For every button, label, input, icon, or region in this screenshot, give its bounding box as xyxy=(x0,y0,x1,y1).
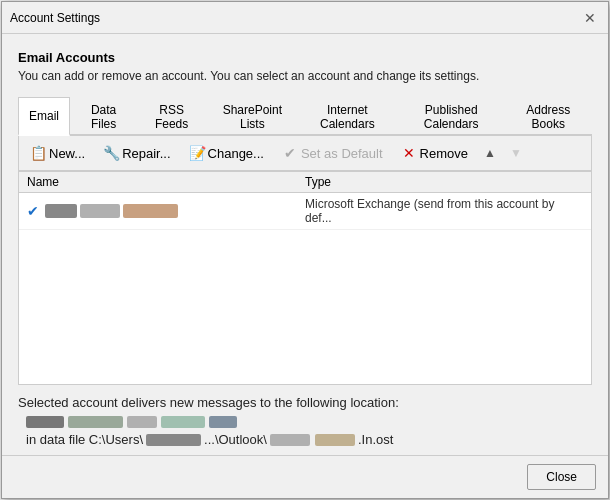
table-header: Name Type xyxy=(19,172,591,193)
tab-address-books[interactable]: Address Books xyxy=(506,97,590,136)
redact-chunk-1 xyxy=(26,416,64,428)
dialog-footer: Close xyxy=(2,455,608,498)
col-header-type: Type xyxy=(305,175,583,189)
path-redact-1 xyxy=(146,434,201,446)
deliver-label: Selected account delivers new messages t… xyxy=(18,395,592,410)
repair-icon: 🔧 xyxy=(103,145,119,161)
row-check-icon: ✔ xyxy=(27,203,39,219)
remove-icon: ✕ xyxy=(401,145,417,161)
row-type-cell: Microsoft Exchange (send from this accou… xyxy=(305,197,583,225)
redact-chunk-5 xyxy=(209,416,237,428)
redact-bar xyxy=(26,416,592,428)
set-default-icon: ✔ xyxy=(282,145,298,161)
close-icon[interactable]: ✕ xyxy=(580,8,600,28)
file-path: in data file C:\Users\ ...\Outlook\ .In.… xyxy=(26,432,592,447)
col-header-name: Name xyxy=(27,175,305,189)
remove-button[interactable]: ✕ Remove xyxy=(394,141,475,165)
change-button[interactable]: 📝 Change... xyxy=(182,141,271,165)
path-end: .In.ost xyxy=(358,432,393,447)
dialog-title: Account Settings xyxy=(10,11,100,25)
account-name-redact-1 xyxy=(45,204,77,218)
path-prefix: in data file C:\Users\ xyxy=(26,432,143,447)
title-bar: Account Settings ✕ xyxy=(2,2,608,34)
account-settings-dialog: Account Settings ✕ Email Accounts You ca… xyxy=(1,1,609,499)
footer-section: Selected account delivers new messages t… xyxy=(18,395,592,447)
redact-chunk-3 xyxy=(127,416,157,428)
table-row[interactable]: ✔ Microsoft Exchange (send from this acc… xyxy=(19,193,591,230)
account-name-redact-2 xyxy=(80,204,120,218)
new-button[interactable]: 📋 New... xyxy=(23,141,92,165)
tab-published-calendars[interactable]: Published Calendars xyxy=(398,97,504,136)
redact-chunk-4 xyxy=(161,416,205,428)
path-separator: ...\Outlook\ xyxy=(204,432,267,447)
section-title: Email Accounts xyxy=(18,50,592,65)
tab-data-files[interactable]: Data Files xyxy=(72,97,135,136)
change-icon: 📝 xyxy=(189,145,205,161)
tab-email[interactable]: Email xyxy=(18,97,70,136)
repair-button[interactable]: 🔧 Repair... xyxy=(96,141,177,165)
new-icon: 📋 xyxy=(30,145,46,161)
accounts-toolbar: 📋 New... 🔧 Repair... 📝 Change... ✔ Set a… xyxy=(18,136,592,171)
move-down-button[interactable]: ▼ xyxy=(505,142,527,164)
path-redact-3 xyxy=(315,434,355,446)
close-button[interactable]: Close xyxy=(527,464,596,490)
main-content: Email Accounts You can add or remove an … xyxy=(2,34,608,455)
section-desc: You can add or remove an account. You ca… xyxy=(18,69,592,83)
path-redact-2 xyxy=(270,434,310,446)
tabs-bar: Email Data Files RSS Feeds SharePoint Li… xyxy=(18,95,592,136)
set-default-button[interactable]: ✔ Set as Default xyxy=(275,141,390,165)
tab-rss-feeds[interactable]: RSS Feeds xyxy=(137,97,206,136)
tab-sharepoint-lists[interactable]: SharePoint Lists xyxy=(208,97,297,136)
accounts-table: Name Type ✔ Microsoft Exchange (send fro… xyxy=(18,171,592,385)
move-up-button[interactable]: ▲ xyxy=(479,142,501,164)
account-name-redact-3 xyxy=(123,204,178,218)
tab-internet-calendars[interactable]: Internet Calendars xyxy=(299,97,396,136)
redact-chunk-2 xyxy=(68,416,123,428)
row-name-cell: ✔ xyxy=(27,203,305,219)
